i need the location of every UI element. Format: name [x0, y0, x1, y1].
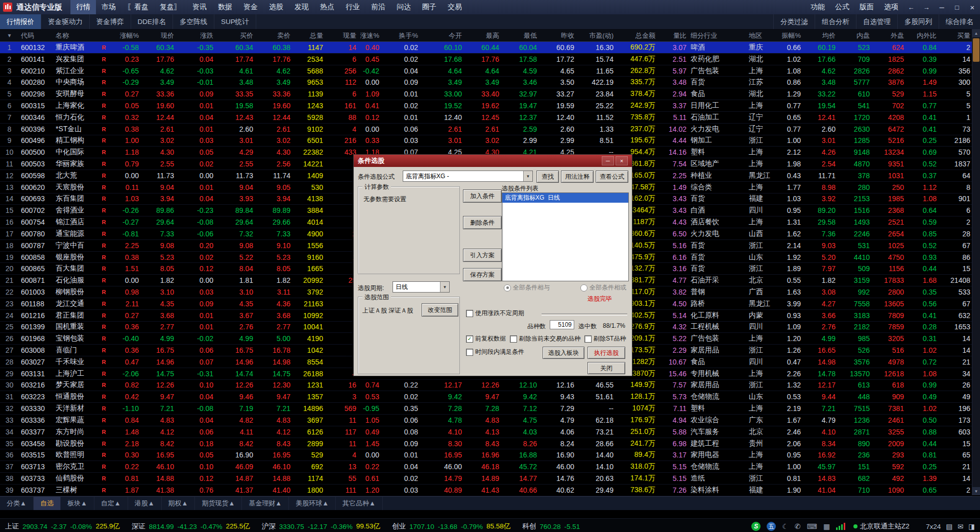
title-menu-item[interactable]: 功能 — [805, 3, 830, 12]
dialog-close-button[interactable]: × — [616, 156, 628, 165]
column-header[interactable]: 市盈(动) — [576, 30, 616, 41]
close-button[interactable]: × — [965, 0, 980, 14]
title-menu-item[interactable]: 选项 — [879, 3, 903, 12]
menu-item[interactable]: 发现 — [289, 0, 314, 14]
column-header[interactable]: 现价 — [141, 30, 176, 41]
table-row[interactable]: 30603216梦天家居R0.8212.260.1012.2612.301231… — [0, 380, 972, 392]
forward-adjust-checkbox[interactable]: ✓ 前复权数据 — [466, 334, 506, 343]
table-row[interactable]: 3600210紫江企业R-0.654.62-0.034.614.62568825… — [0, 65, 972, 77]
column-header[interactable]: 昨收 — [539, 30, 576, 41]
back-icon[interactable]: ← — [903, 0, 919, 14]
bottom-tab[interactable]: 板块▲ — [61, 497, 94, 510]
minimize-button[interactable]: ─ — [934, 0, 949, 14]
table-row[interactable]: 4600280中央商场R-0.293.49-0.013.483.49965311… — [0, 77, 972, 88]
toolbar-tab[interactable]: 资金驱动力 — [41, 14, 90, 29]
index-quote[interactable]: 深证8814.99-41.23-0.47%225.5亿 — [132, 522, 254, 531]
table-row[interactable]: 39603737三棵树R1.8741.380.7641.3741.4018001… — [0, 485, 972, 496]
maximize-button[interactable]: □ — [949, 0, 965, 14]
toolbar-tab[interactable]: DDE排名 — [131, 14, 174, 29]
night-mode-icon[interactable]: ☾ — [782, 522, 789, 530]
toolbar-tab[interactable]: SUP统计 — [214, 14, 256, 29]
chevron-down-icon[interactable]: ▼ — [523, 171, 532, 181]
message-icon[interactable]: ✉ — [958, 522, 963, 530]
toolbar-right-item[interactable]: 自选管理 — [856, 14, 897, 29]
menu-item[interactable]: 前沿 — [365, 0, 391, 14]
index-quote[interactable]: 上证2903.74-2.37-0.08%225.9亿 — [5, 522, 124, 531]
scroll-down-icon[interactable]: ▼ — [972, 487, 980, 495]
bottom-tab[interactable]: 美股环球▲ — [289, 497, 336, 510]
save-plan-button[interactable]: 保存方案 — [463, 268, 502, 281]
table-row[interactable]: 31603223恒通股份R0.429.470.049.469.47135730.… — [0, 391, 972, 403]
toolbar-tab[interactable]: 资金博弈 — [90, 14, 131, 29]
menu-item[interactable]: 数据 — [212, 0, 238, 14]
scroll-up-icon[interactable]: ▲ — [972, 29, 980, 37]
table-row[interactable]: 36603515欧普照明R0.3016.950.0516.9016.955294… — [0, 449, 972, 461]
toolbar-right-item[interactable]: 分类过滤 — [773, 14, 815, 29]
column-header[interactable] — [94, 30, 113, 41]
condition-listbox[interactable]: 底背离指标XG 日线 — [502, 192, 629, 281]
time-range-checkbox[interactable]: 时间段内满足条件 — [466, 348, 524, 356]
find-button[interactable]: 查找 — [536, 171, 559, 183]
add-condition-button[interactable]: 加入条件 — [463, 189, 502, 203]
bottom-tab[interactable]: 其它品种▲ — [336, 497, 383, 510]
menu-item[interactable]: 资讯 — [187, 0, 212, 14]
table-row[interactable]: 33603336宏辉果蔬R0.844.830.044.824.833697111… — [0, 415, 972, 426]
table-row[interactable]: 34603377东方时尚R1.484.120.064.114.126126117… — [0, 426, 972, 438]
column-header[interactable]: 最低 — [501, 30, 539, 41]
formula-select[interactable]: 底背离指标XG - ▼ — [403, 171, 533, 182]
table-row[interactable]: 37603713密尔克卫R0.2246.100.1046.0946.106921… — [0, 461, 972, 473]
dialog-title-bar[interactable]: 条件选股 ─ × — [354, 155, 632, 167]
index-quote[interactable]: 沪深3330.75-12.17-0.36%99.53亿 — [262, 522, 384, 531]
scrollbar-thumb[interactable] — [973, 38, 979, 62]
change-range-button[interactable]: 改变范围 — [422, 303, 458, 317]
view-formula-button[interactable]: 查看公式 — [596, 171, 628, 183]
bottom-tab[interactable]: 自选 — [34, 497, 61, 510]
toolbar-tab[interactable]: 行情报价 — [0, 14, 41, 29]
column-header[interactable]: 涨速% — [358, 30, 381, 41]
bottom-tab[interactable]: 分类▲ — [0, 497, 34, 510]
menu-item[interactable]: 市场 — [96, 0, 121, 14]
table-row[interactable]: 38603733仙鹤股份R0.8114.880.1214.8714.881174… — [0, 473, 972, 485]
column-header[interactable]: 内盘 — [838, 30, 872, 41]
server-status[interactable]: 北京联通主站Z2 — [853, 522, 910, 531]
toolbar-right-item[interactable]: 多股同列 — [897, 14, 939, 29]
mobile-icon[interactable]: ✆ — [795, 522, 801, 530]
remove-condition-button[interactable]: 删除条件 — [463, 216, 502, 229]
column-header[interactable]: 振幅% — [775, 30, 803, 41]
radio-all-and[interactable]: 全部条件相与 — [504, 283, 550, 292]
bottom-tab[interactable]: 自定▲ — [94, 497, 128, 510]
condition-list-item[interactable]: 底背离指标XG 日线 — [502, 193, 628, 203]
menu-item[interactable]: 复盘〗 — [154, 0, 187, 14]
menu-item[interactable]: 热点 — [314, 0, 340, 14]
column-header[interactable]: 总金额 — [616, 30, 657, 41]
column-header[interactable]: 量比 — [657, 30, 689, 41]
execute-selection-button[interactable]: 执行选股 — [587, 347, 625, 359]
menu-item[interactable]: 〖看盘 — [121, 0, 154, 14]
table-row[interactable]: 9600496精工钢构R1.003.020.033.013.0265012160… — [0, 135, 972, 147]
column-header[interactable]: 今开 — [420, 30, 464, 41]
column-header[interactable]: 卖价 — [255, 30, 292, 41]
table-row[interactable]: 8600396*ST金山R0.382.610.012.602.61910240.… — [0, 124, 972, 135]
column-header[interactable]: 细分行业 — [689, 30, 747, 41]
bottom-tab[interactable]: 港股▲ — [128, 497, 162, 510]
toolbar-right-item[interactable]: 综合排名 — [939, 14, 980, 29]
column-header[interactable]: 现量 — [325, 30, 358, 41]
sound-icon[interactable]: ◨ — [968, 522, 975, 530]
monitor-icon[interactable]: ▤ — [946, 522, 952, 530]
close-dialog-button[interactable]: 关闭 — [587, 362, 625, 374]
column-header[interactable]: 地区 — [747, 30, 775, 41]
filter-icon[interactable]: ▼ — [7, 33, 12, 38]
tdx-signal-icon[interactable]: S — [751, 522, 761, 531]
bottom-tab[interactable]: 基金理财▲ — [242, 497, 289, 510]
column-header[interactable]: 均价 — [803, 30, 838, 41]
menu-item[interactable]: 问达 — [391, 0, 416, 14]
column-header[interactable]: 最高 — [464, 30, 501, 41]
forward-icon[interactable]: → — [919, 0, 934, 14]
column-header[interactable]: ▼ — [0, 30, 19, 41]
column-header[interactable]: 名称 — [54, 30, 94, 41]
apps-icon[interactable]: ▦ — [823, 522, 830, 530]
menu-item[interactable]: 行业 — [340, 0, 365, 14]
column-header[interactable]: 买量 — [939, 30, 972, 41]
index-quote[interactable]: 创业1707.10-13.68-0.79%85.58亿 — [392, 522, 514, 531]
table-row[interactable]: 5600298安琪酵母R0.2733.360.0933.3533.3611396… — [0, 88, 972, 100]
